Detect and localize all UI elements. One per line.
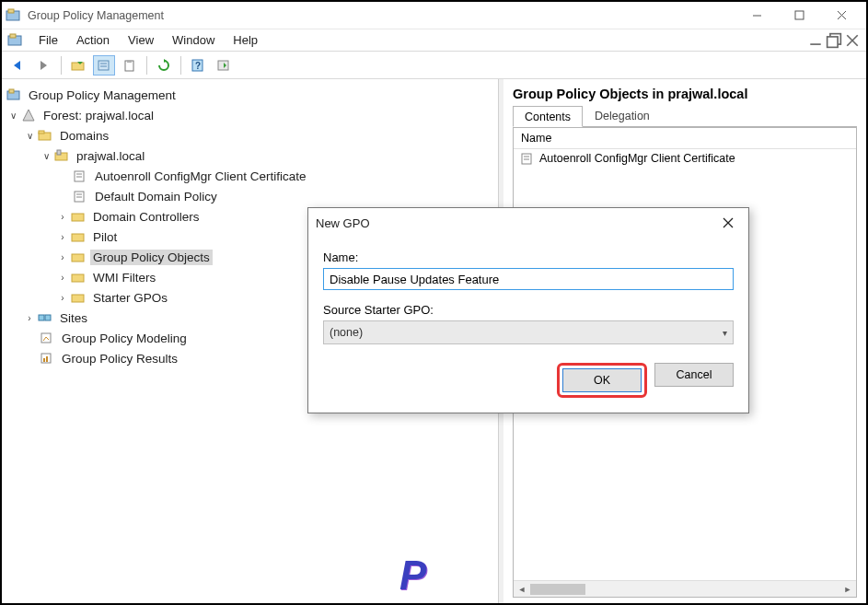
gpo-icon — [519, 151, 536, 166]
list-item[interactable]: Autoenroll ConfigMgr Client Certificate — [514, 149, 856, 168]
window-controls — [735, 2, 862, 29]
gpo-link-icon — [72, 189, 88, 204]
chevron-down-icon: ▾ — [723, 328, 727, 338]
clipboard-button[interactable] — [119, 55, 141, 76]
tree-label: Default Domain Policy — [92, 189, 220, 204]
folder-icon — [70, 270, 87, 285]
dropdown-value: (none) — [330, 326, 363, 339]
menu-help[interactable]: Help — [224, 31, 267, 49]
tree-root[interactable]: Group Policy Management — [6, 85, 494, 105]
tree-label: Sites — [57, 310, 90, 326]
dialog-titlebar[interactable]: New GPO — [308, 208, 748, 238]
list-item-label: Autoenroll ConfigMgr Client Certificate — [539, 152, 735, 165]
svg-marker-13 — [14, 61, 20, 70]
maximize-button[interactable] — [778, 2, 820, 29]
tree-label: Group Policy Results — [59, 351, 180, 366]
modeling-icon — [39, 331, 55, 345]
toolbar: ? — [2, 52, 866, 79]
tree-forest[interactable]: ∨ Forest: prajwal.local — [6, 105, 494, 125]
ok-button[interactable]: OK — [562, 368, 642, 392]
mdi-restore-button[interactable] — [826, 33, 842, 48]
tree-label: Group Policy Objects — [90, 250, 213, 265]
expand-toggle[interactable]: › — [55, 232, 70, 242]
tree-gpo-item[interactable]: Autoenroll ConfigMgr Client Certificate — [6, 166, 494, 186]
ou-icon — [70, 229, 87, 244]
svg-rect-45 — [39, 315, 44, 320]
cancel-button[interactable]: Cancel — [654, 363, 734, 387]
starter-label: Source Starter GPO: — [323, 303, 734, 317]
svg-rect-46 — [45, 315, 51, 320]
expand-toggle[interactable]: › — [55, 273, 70, 283]
menu-action[interactable]: Action — [67, 31, 119, 49]
svg-rect-44 — [72, 295, 84, 302]
starter-gpo-dropdown[interactable]: (none) ▾ — [323, 320, 734, 344]
mdi-minimize-button[interactable] — [807, 33, 824, 48]
svg-rect-10 — [827, 36, 838, 46]
svg-rect-7 — [10, 34, 16, 38]
export-button[interactable] — [213, 55, 235, 76]
properties-button[interactable] — [93, 55, 115, 76]
help-button[interactable]: ? — [187, 55, 209, 76]
svg-marker-29 — [23, 110, 34, 121]
expand-toggle[interactable]: ∨ — [39, 151, 53, 161]
nav-back-button[interactable] — [7, 55, 29, 76]
horizontal-scrollbar[interactable]: ◄ ► — [514, 580, 856, 597]
title-bar: Group Policy Management — [2, 2, 866, 29]
name-input[interactable] — [323, 268, 734, 290]
refresh-button[interactable] — [153, 55, 175, 76]
separator — [146, 56, 147, 75]
tree-label: WMI Filters — [90, 270, 158, 285]
column-header-name[interactable]: Name — [514, 128, 856, 149]
close-button[interactable] — [820, 2, 862, 29]
expand-toggle[interactable]: › — [55, 212, 70, 222]
menu-view[interactable]: View — [119, 31, 163, 49]
expand-toggle[interactable]: › — [55, 252, 70, 262]
gpmc-icon — [6, 87, 22, 102]
menu-window[interactable]: Window — [163, 31, 224, 49]
scroll-track[interactable] — [530, 583, 839, 596]
svg-rect-25 — [218, 61, 228, 70]
expand-toggle[interactable]: › — [55, 293, 70, 303]
svg-rect-50 — [46, 356, 48, 362]
tab-contents[interactable]: Contents — [513, 106, 583, 127]
dialog-close-button[interactable] — [715, 213, 741, 233]
svg-rect-40 — [72, 214, 84, 221]
svg-rect-17 — [98, 61, 109, 70]
svg-rect-28 — [9, 89, 14, 93]
tab-delegation[interactable]: Delegation — [583, 105, 662, 126]
nav-forward-button[interactable] — [33, 55, 55, 76]
tree-label: prajwal.local — [74, 148, 147, 164]
menu-file[interactable]: File — [29, 31, 67, 49]
separator — [180, 56, 181, 75]
svg-text:?: ? — [195, 61, 201, 71]
dialog-title: New GPO — [316, 216, 715, 230]
mdi-close-button[interactable] — [844, 33, 861, 48]
tab-strip: Contents Delegation — [513, 105, 857, 127]
tree-label: Domain Controllers — [90, 209, 203, 225]
app-icon — [6, 8, 22, 23]
svg-rect-31 — [39, 131, 44, 134]
scroll-thumb[interactable] — [530, 584, 585, 595]
dialog-buttons: OK Cancel — [323, 363, 734, 398]
results-icon — [39, 351, 55, 366]
tree-domains[interactable]: ∨ Domains — [6, 125, 494, 145]
svg-rect-42 — [72, 254, 84, 262]
tree-domain[interactable]: ∨ prajwal.local — [6, 145, 494, 166]
separator — [61, 56, 62, 75]
svg-rect-3 — [795, 11, 804, 19]
scroll-right-button[interactable]: ► — [839, 582, 856, 597]
expand-toggle[interactable]: › — [22, 313, 37, 323]
svg-rect-15 — [72, 63, 84, 70]
expand-toggle[interactable]: ∨ — [6, 111, 20, 121]
name-label: Name: — [323, 250, 734, 264]
minimize-button[interactable] — [735, 2, 778, 29]
new-gpo-dialog: New GPO Name: Source Starter GPO: (none)… — [307, 207, 749, 413]
svg-rect-1 — [8, 9, 14, 13]
mdi-controls — [807, 33, 866, 48]
folder-up-button[interactable] — [67, 55, 89, 76]
scroll-left-button[interactable]: ◄ — [514, 582, 530, 597]
tree-gpo-item[interactable]: Default Domain Policy — [6, 186, 494, 206]
svg-marker-14 — [41, 61, 47, 70]
folder-icon — [70, 250, 87, 264]
expand-toggle[interactable]: ∨ — [22, 131, 37, 141]
